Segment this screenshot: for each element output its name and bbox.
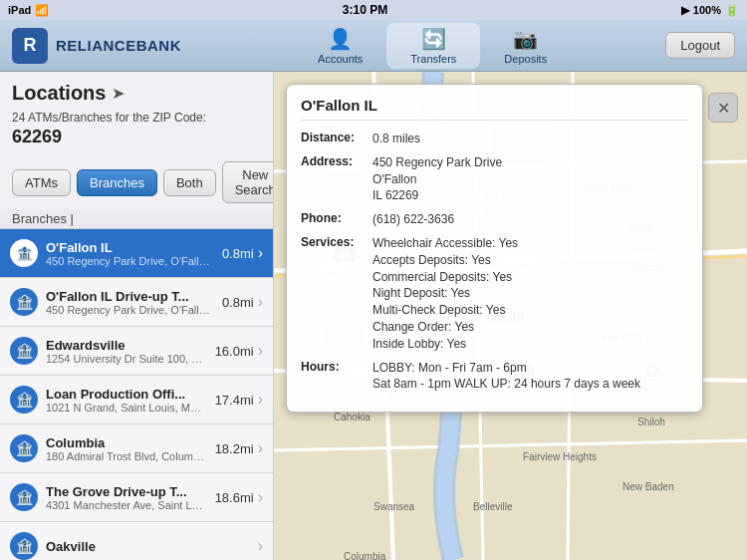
signal-icon: ▶ <box>681 4 689 17</box>
location-address: 450 Regency Park Drive, O'Fallon, IL <box>46 304 214 316</box>
list-item[interactable]: 🏦 O'Fallon IL Drive-up T... 450 Regency … <box>0 278 273 327</box>
location-distance: 17.4mi <box>215 393 254 408</box>
locations-list[interactable]: 🏦 O'Fallon IL 450 Regency Park Drive, O'… <box>0 229 273 560</box>
both-filter-button[interactable]: Both <box>163 169 216 196</box>
list-item[interactable]: 🏦 Edwardsville 1254 University Dr Suite … <box>0 327 273 376</box>
location-distance: 18.6mi <box>215 490 254 505</box>
map-area[interactable]: 67 64 255 Alton Hartford ST. LOUIS Alham… <box>274 72 747 560</box>
close-popup-button[interactable]: ✕ <box>708 93 738 123</box>
popup-distance-label: Distance: <box>301 131 373 147</box>
chevron-right-icon: › <box>258 342 263 360</box>
location-info: Edwardsville 1254 University Dr Suite 10… <box>46 338 207 365</box>
tab-accounts[interactable]: 👤 Accounts <box>294 23 386 69</box>
svg-text:Columbia: Columbia <box>344 551 386 560</box>
svg-text:Cahokia: Cahokia <box>334 412 371 422</box>
locations-header: Locations ➤ <box>0 72 273 109</box>
list-item[interactable]: 🏦 O'Fallon IL 450 Regency Park Drive, O'… <box>0 229 273 278</box>
list-item[interactable]: 🏦 Columbia 180 Admiral Trost Blvd, Colum… <box>0 424 273 473</box>
popup-services-value: Wheelchair Accessible: Yes Accepts Depos… <box>373 235 688 353</box>
location-pin-icon: 🏦 <box>10 337 38 365</box>
location-pin-icon: 🏦 <box>10 434 38 462</box>
transfers-label: Transfers <box>410 53 456 65</box>
popup-distance-row: Distance: 0.8 miles <box>301 131 688 147</box>
popup-phone-row: Phone: (618) 622-3636 <box>301 211 688 228</box>
info-popup: O'Fallon IL Distance: 0.8 miles Address:… <box>286 84 703 413</box>
nav-tabs: 👤 Accounts 🔄 Transfers 📷 Deposits <box>199 23 665 69</box>
location-info: The Grove Drive-up T... 4301 Manchester … <box>46 484 207 511</box>
atms-filter-button[interactable]: ATMs <box>12 169 71 196</box>
svg-text:Swansea: Swansea <box>374 501 415 512</box>
filter-row: ATMs Branches Both New Search <box>0 155 273 209</box>
location-distance-row: › <box>258 537 263 555</box>
list-item[interactable]: 🏦 Oakville › <box>0 522 273 560</box>
svg-text:Shiloh: Shiloh <box>637 417 665 427</box>
location-name: O'Fallon IL Drive-up T... <box>46 289 214 304</box>
status-right: ▶ 100% 🔋 <box>681 4 739 17</box>
location-name: Oakville <box>46 539 250 554</box>
list-item[interactable]: 🏦 The Grove Drive-up T... 4301 Mancheste… <box>0 473 273 522</box>
popup-title: O'Fallon IL <box>301 97 688 121</box>
popup-phone-label: Phone: <box>301 211 373 228</box>
location-distance-row: 18.6mi › <box>215 488 263 506</box>
logo-area: R RELIANCEBANK <box>0 28 199 64</box>
location-distance: 0.8mi <box>222 246 254 261</box>
status-left: iPad 📶 <box>8 4 49 17</box>
battery-icon: 🔋 <box>725 4 739 17</box>
location-distance-row: 0.8mi › <box>222 293 263 311</box>
tab-transfers[interactable]: 🔄 Transfers <box>386 23 480 69</box>
branches-filter-button[interactable]: Branches <box>77 169 157 196</box>
location-distance-row: 17.4mi › <box>215 391 263 409</box>
main-content: Locations ➤ 24 ATMs/Branches for the ZIP… <box>0 72 747 560</box>
location-info: Oakville <box>46 539 250 554</box>
popup-address-value: 450 Regency Park Drive O'Fallon IL 62269 <box>373 154 688 204</box>
location-pin-icon: 🏦 <box>10 386 38 414</box>
location-address: 4301 Manchester Ave, Saint Louis, MO 631… <box>46 499 207 511</box>
location-distance: 0.8mi <box>222 295 254 310</box>
left-panel: Locations ➤ 24 ATMs/Branches for the ZIP… <box>0 72 274 560</box>
chevron-right-icon: › <box>258 391 263 409</box>
chevron-right-icon: › <box>258 293 263 311</box>
branches-bar: Branches | <box>0 209 273 229</box>
tab-deposits[interactable]: 📷 Deposits <box>480 23 571 69</box>
popup-services-label: Services: <box>301 235 373 353</box>
new-search-button[interactable]: New Search <box>222 161 274 203</box>
location-distance: 18.2mi <box>215 441 254 456</box>
location-info: O'Fallon IL 450 Regency Park Drive, O'Fa… <box>46 240 214 267</box>
header: R RELIANCEBANK 👤 Accounts 🔄 Transfers 📷 … <box>0 20 747 72</box>
chevron-right-icon: › <box>258 439 263 457</box>
location-distance-row: 0.8mi › <box>222 244 263 262</box>
location-info: Columbia 180 Admiral Trost Blvd, Columbi… <box>46 435 207 462</box>
zip-code: 62269 <box>0 127 273 155</box>
location-pin-icon: 🏦 <box>10 239 38 267</box>
location-address: 180 Admiral Trost Blvd, Columbia, IL 622… <box>46 450 207 462</box>
svg-text:Belleville: Belleville <box>473 501 513 512</box>
location-address: 1021 N Grand, Saint Louis, MO 63106 <box>46 402 207 414</box>
accounts-label: Accounts <box>318 53 363 65</box>
logo-icon: R <box>12 28 48 64</box>
deposits-label: Deposits <box>504 53 547 65</box>
locations-title: Locations <box>12 82 106 105</box>
popup-hours-value: LOBBY: Mon - Fri 7am - 6pm Sat 8am - 1pm… <box>373 360 688 394</box>
status-time: 3:10 PM <box>343 3 387 17</box>
popup-hours-label: Hours: <box>301 360 373 394</box>
location-name: O'Fallon IL <box>46 240 214 255</box>
chevron-right-icon: › <box>258 244 263 262</box>
location-info: Loan Production Offi... 1021 N Grand, Sa… <box>46 387 207 414</box>
transfers-icon: 🔄 <box>421 27 446 51</box>
logo-text: RELIANCEBANK <box>56 37 181 54</box>
location-pin-icon: 🏦 <box>10 483 38 511</box>
location-name: The Grove Drive-up T... <box>46 484 207 499</box>
wifi-icon: 📶 <box>35 4 49 17</box>
chevron-right-icon: › <box>258 488 263 506</box>
location-pin-icon: 🏦 <box>10 288 38 316</box>
location-distance-row: 18.2mi › <box>215 439 263 457</box>
logout-button[interactable]: Logout <box>665 32 735 59</box>
popup-hours-row: Hours: LOBBY: Mon - Fri 7am - 6pm Sat 8a… <box>301 360 688 394</box>
location-name: Columbia <box>46 435 207 450</box>
list-item[interactable]: 🏦 Loan Production Offi... 1021 N Grand, … <box>0 376 273 424</box>
atm-count: 24 ATMs/Branches for the ZIP Code: <box>0 109 273 127</box>
accounts-icon: 👤 <box>328 27 353 51</box>
location-distance: 16.0mi <box>215 344 254 359</box>
location-pin-icon: 🏦 <box>10 532 38 560</box>
location-distance-row: 16.0mi › <box>215 342 263 360</box>
